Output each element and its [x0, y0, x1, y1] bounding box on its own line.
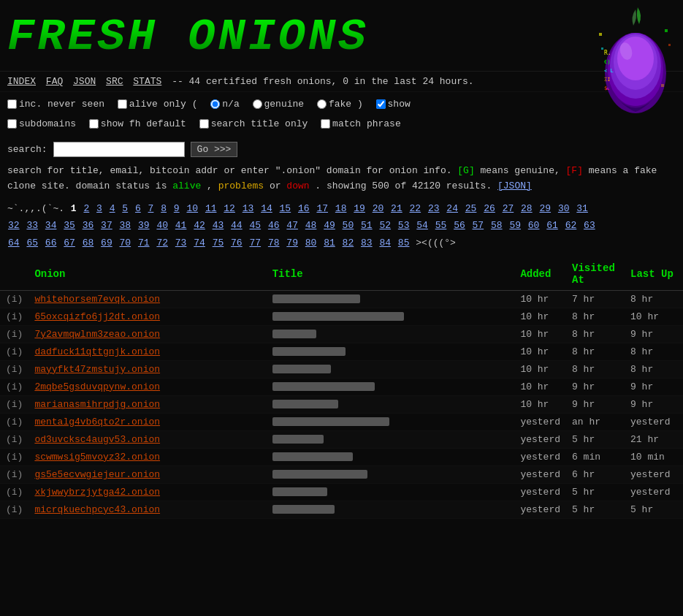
page-37[interactable]: 37	[101, 220, 112, 231]
page-26[interactable]: 26	[484, 203, 495, 214]
page-72[interactable]: 72	[156, 237, 168, 248]
onion-link[interactable]: whitehorsem7evqk.onion	[34, 294, 160, 305]
page-81[interactable]: 81	[324, 237, 335, 248]
page-66[interactable]: 66	[45, 237, 57, 248]
opt-genuine[interactable]: genuine	[253, 96, 305, 113]
page-35[interactable]: 35	[64, 220, 75, 231]
opt-na[interactable]: n/a	[210, 96, 239, 113]
page-65[interactable]: 65	[26, 237, 38, 248]
page-46[interactable]: 46	[268, 220, 280, 231]
page-53[interactable]: 53	[398, 220, 410, 231]
page-82[interactable]: 82	[343, 237, 354, 248]
page-44[interactable]: 44	[231, 220, 243, 231]
page-41[interactable]: 41	[175, 220, 187, 231]
na-radio[interactable]	[210, 99, 220, 109]
nav-index[interactable]: INDEX	[7, 76, 36, 87]
page-62[interactable]: 62	[565, 220, 577, 231]
page-18[interactable]: 18	[335, 203, 347, 214]
page-78[interactable]: 78	[268, 237, 280, 248]
page-55[interactable]: 55	[435, 220, 447, 231]
onion-link[interactable]: gs5e5ecvwgiejeur.onion	[34, 469, 160, 480]
page-21[interactable]: 21	[391, 203, 402, 214]
page-79[interactable]: 79	[286, 237, 298, 248]
page-43[interactable]: 43	[213, 220, 224, 231]
page-30[interactable]: 30	[558, 203, 570, 214]
show-fh-checkbox[interactable]	[89, 119, 99, 129]
onion-link[interactable]: scwmwsig5mvoyz32.onion	[34, 452, 160, 463]
page-58[interactable]: 58	[491, 220, 503, 231]
page-27[interactable]: 27	[503, 203, 514, 214]
page-9[interactable]: 9	[174, 203, 180, 214]
info-link[interactable]: (i)	[6, 294, 23, 305]
page-10[interactable]: 10	[186, 203, 198, 214]
page-45[interactable]: 45	[249, 220, 261, 231]
page-40[interactable]: 40	[156, 220, 168, 231]
opt-show[interactable]: show	[376, 96, 411, 113]
search-title-checkbox[interactable]	[199, 119, 209, 129]
info-link[interactable]: (i)	[6, 381, 23, 392]
page-67[interactable]: 67	[64, 237, 75, 248]
opt-match-phrase[interactable]: match phrase	[321, 115, 401, 132]
page-68[interactable]: 68	[83, 237, 94, 248]
page-36[interactable]: 36	[83, 220, 94, 231]
page-33[interactable]: 33	[26, 220, 38, 231]
page-16[interactable]: 16	[298, 203, 310, 214]
page-7[interactable]: 7	[148, 203, 154, 214]
onion-link[interactable]: mayyfkt47zmstujy.onion	[34, 364, 160, 375]
page-31[interactable]: 31	[576, 203, 588, 214]
page-8[interactable]: 8	[161, 203, 167, 214]
page-42[interactable]: 42	[194, 220, 205, 231]
page-23[interactable]: 23	[428, 203, 440, 214]
page-12[interactable]: 12	[224, 203, 235, 214]
page-14[interactable]: 14	[261, 203, 272, 214]
page-28[interactable]: 28	[521, 203, 533, 214]
page-85[interactable]: 85	[398, 237, 410, 248]
page-5[interactable]: 5	[122, 203, 128, 214]
genuine-radio[interactable]	[253, 99, 262, 109]
never-seen-checkbox[interactable]	[7, 99, 17, 109]
page-48[interactable]: 48	[305, 220, 317, 231]
opt-subdomains[interactable]: subdomains	[7, 115, 76, 132]
page-73[interactable]: 73	[175, 237, 187, 248]
info-link[interactable]: (i)	[6, 452, 23, 463]
page-50[interactable]: 50	[343, 220, 354, 231]
page-34[interactable]: 34	[45, 220, 57, 231]
page-19[interactable]: 19	[354, 203, 365, 214]
info-link[interactable]: (i)	[6, 364, 23, 375]
info-link[interactable]: (i)	[6, 469, 23, 480]
onion-link[interactable]: 2mqbe5gsduvqpynw.onion	[34, 381, 160, 392]
info-link[interactable]: (i)	[6, 487, 23, 498]
page-25[interactable]: 25	[465, 203, 477, 214]
opt-search-title[interactable]: search title only	[199, 115, 308, 132]
page-15[interactable]: 15	[280, 203, 291, 214]
json-link[interactable]: [JSON]	[497, 180, 532, 191]
search-input[interactable]	[53, 142, 185, 157]
info-link[interactable]: (i)	[6, 417, 23, 427]
page-13[interactable]: 13	[243, 203, 254, 214]
page-57[interactable]: 57	[473, 220, 484, 231]
page-74[interactable]: 74	[194, 237, 205, 248]
page-3[interactable]: 3	[96, 203, 102, 214]
page-61[interactable]: 61	[546, 220, 558, 231]
opt-show-fh[interactable]: show fh default	[89, 115, 186, 132]
onion-link[interactable]: 7y2avmqwlnm3zeao.onion	[34, 329, 160, 340]
fake-radio[interactable]	[317, 99, 327, 109]
onion-link[interactable]: xkjwwybrzjytga42.onion	[34, 487, 160, 498]
page-60[interactable]: 60	[528, 220, 540, 231]
subdomains-checkbox[interactable]	[7, 119, 17, 129]
page-6[interactable]: 6	[135, 203, 141, 214]
page-24[interactable]: 24	[446, 203, 458, 214]
onion-link[interactable]: od3uvcksc4augv53.onion	[34, 434, 160, 445]
page-2[interactable]: 2	[83, 203, 89, 214]
page-63[interactable]: 63	[584, 220, 595, 231]
page-47[interactable]: 47	[286, 220, 298, 231]
info-link[interactable]: (i)	[6, 434, 23, 445]
search-button[interactable]: Go >>>	[191, 142, 238, 157]
page-56[interactable]: 56	[454, 220, 465, 231]
page-75[interactable]: 75	[213, 237, 224, 248]
nav-stats[interactable]: STATS	[133, 76, 161, 87]
info-link[interactable]: (i)	[6, 399, 23, 410]
opt-never-seen[interactable]: inc. never seen	[7, 96, 104, 113]
opt-fake[interactable]: fake )	[317, 96, 363, 113]
page-69[interactable]: 69	[101, 237, 112, 248]
